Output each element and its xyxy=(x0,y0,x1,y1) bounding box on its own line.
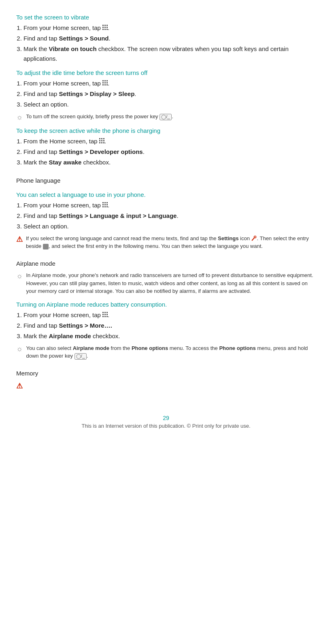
list-item: Find and tap Settings > More…. xyxy=(23,321,316,331)
list-text-tail: . xyxy=(108,24,109,31)
list-text: From your Home screen, tap xyxy=(23,24,102,31)
list-text-tail: . xyxy=(108,80,109,87)
svg-rect-43 xyxy=(104,314,106,315)
svg-rect-16 xyxy=(104,84,106,85)
list-item: Mark the Vibrate on touch checkbox. The … xyxy=(23,44,316,64)
svg-rect-19 xyxy=(101,138,102,139)
svg-rect-3 xyxy=(102,27,104,28)
section-heading-change-language: You can select a language to use in your… xyxy=(16,191,316,198)
tip-sun-icon: ☼ xyxy=(16,113,23,122)
list-text-tail: . xyxy=(108,311,109,318)
list-text: Find and tap Settings > Language & input… xyxy=(23,212,179,219)
list-item: From the Home screen, tap . xyxy=(23,136,316,146)
svg-rect-39 xyxy=(102,312,104,313)
svg-rect-30 xyxy=(102,204,104,205)
list-text: Mark the Stay awake checkbox. xyxy=(23,159,111,166)
list-change-language: From your Home screen, tap . Find and ta… xyxy=(23,200,316,231)
tip-airplane-phone-options: ☼ You can also select Airplane mode from… xyxy=(16,344,316,360)
list-text: Mark the Vibrate on touch checkbox. The … xyxy=(23,45,289,62)
svg-rect-1 xyxy=(104,25,106,26)
warning-wrong-language: ⚠ If you select the wrong language and c… xyxy=(16,235,316,250)
svg-rect-33 xyxy=(102,206,104,207)
list-text: Find and tap Settings > Developer option… xyxy=(23,148,145,155)
list-text-tail: . xyxy=(104,138,106,145)
svg-rect-31 xyxy=(104,204,106,205)
list-text-tail: . xyxy=(108,202,109,209)
list-item: Find and tap Settings > Developer option… xyxy=(23,147,316,157)
grid-icon xyxy=(99,138,104,145)
section-heading-screen-active: To keep the screen active while the phon… xyxy=(16,127,316,134)
warning-icon: ⚠ xyxy=(16,235,23,244)
svg-rect-24 xyxy=(99,142,100,143)
list-vibrate: From your Home screen, tap . Find and ta… xyxy=(23,23,316,64)
svg-rect-27 xyxy=(102,202,104,203)
svg-rect-45 xyxy=(102,316,104,317)
lang-entry-icon xyxy=(43,244,49,249)
svg-rect-13 xyxy=(104,82,106,83)
list-item: From your Home screen, tap . xyxy=(23,79,316,88)
svg-point-37 xyxy=(254,236,256,238)
svg-rect-42 xyxy=(102,314,104,315)
svg-rect-7 xyxy=(104,29,106,30)
svg-rect-6 xyxy=(102,29,104,30)
grid-icon xyxy=(102,24,108,31)
heading-set-screen-vibrate: To set the screen to vibrate xyxy=(16,14,316,21)
warning-move-apps: ⚠ xyxy=(16,381,316,390)
tip-text-airplane-battery: In Airplane mode, your phone's network a… xyxy=(26,271,316,295)
tip-airplane-battery: ☼ In Airplane mode, your phone's network… xyxy=(16,271,316,295)
warning-text-language: If you select the wrong language and can… xyxy=(26,235,316,250)
tip-text-phone-options: You can also select Airplane mode from t… xyxy=(26,344,316,360)
svg-rect-46 xyxy=(104,316,106,317)
tip-sun-icon-airplane: ☼ xyxy=(16,272,23,280)
list-idle-time: From your Home screen, tap . Find and ta… xyxy=(23,79,316,109)
list-item: Find and tap Settings > Language & input… xyxy=(23,211,316,221)
warning-icon-2: ⚠ xyxy=(16,382,23,390)
tip-power-key: ☼ To turn off the screen quickly, briefl… xyxy=(16,113,316,122)
svg-rect-40 xyxy=(104,312,106,313)
list-text: Find and tap Settings > More…. xyxy=(23,322,112,329)
svg-rect-28 xyxy=(104,202,106,203)
list-airplane-mode: From your Home screen, tap . Find and ta… xyxy=(23,310,316,341)
list-text: From your Home screen, tap xyxy=(23,80,102,87)
section-heading-vibrate: To set the screen to vibrate xyxy=(16,14,316,21)
grid-icon xyxy=(102,202,108,209)
tip-text-power-key: To turn off the screen quickly, briefly … xyxy=(26,113,173,121)
list-item: Select an option. xyxy=(23,222,316,231)
svg-rect-4 xyxy=(104,27,106,28)
list-text: Mark the Airplane mode checkbox. xyxy=(23,333,120,339)
svg-rect-10 xyxy=(104,80,106,81)
list-item: From your Home screen, tap . xyxy=(23,200,316,210)
svg-rect-25 xyxy=(101,142,102,143)
list-item: Mark the Stay awake checkbox. xyxy=(23,158,316,167)
svg-rect-18 xyxy=(99,138,100,139)
section-heading-turn-on-airplane: Turning on Airplane mode reduces battery… xyxy=(16,301,316,308)
svg-rect-21 xyxy=(99,140,100,141)
list-item: Mark the Airplane mode checkbox. xyxy=(23,331,316,341)
list-text: Select an option. xyxy=(23,101,69,108)
svg-rect-9 xyxy=(102,80,104,81)
list-item: From your Home screen, tap . xyxy=(23,310,316,320)
settings-wrench-icon xyxy=(251,236,257,241)
section-body-phone-language: Phone language xyxy=(16,176,316,186)
list-text: From your Home screen, tap xyxy=(23,311,102,318)
power-key-icon-2: ◯/⎯ xyxy=(74,353,87,360)
power-key-icon: ◯/⎯ xyxy=(160,114,172,120)
list-text: From the Home screen, tap xyxy=(23,138,99,145)
svg-rect-15 xyxy=(102,84,104,85)
section-body-airplane-mode: Airplane mode xyxy=(16,259,316,269)
section-heading-idle-time: To adjust the idle time before the scree… xyxy=(16,69,316,76)
list-text: Find and tap Settings > Sound. xyxy=(23,35,111,42)
tip-sun-icon-options: ☼ xyxy=(16,345,23,353)
list-text: Find and tap Settings > Display > Sleep. xyxy=(23,90,136,97)
svg-rect-22 xyxy=(101,140,102,141)
grid-icon xyxy=(102,311,108,318)
svg-rect-12 xyxy=(102,82,104,83)
svg-rect-34 xyxy=(104,206,106,207)
footer: 29 This is an Internet version of this p… xyxy=(16,415,316,429)
list-text: From your Home screen, tap xyxy=(23,202,102,209)
list-item: Find and tap Settings > Sound. xyxy=(23,34,316,43)
list-text: Select an option. xyxy=(23,223,69,230)
footer-copyright: This is an Internet version of this publ… xyxy=(81,423,250,429)
list-item: Find and tap Settings > Display > Sleep. xyxy=(23,89,316,99)
grid-icon xyxy=(102,80,108,87)
